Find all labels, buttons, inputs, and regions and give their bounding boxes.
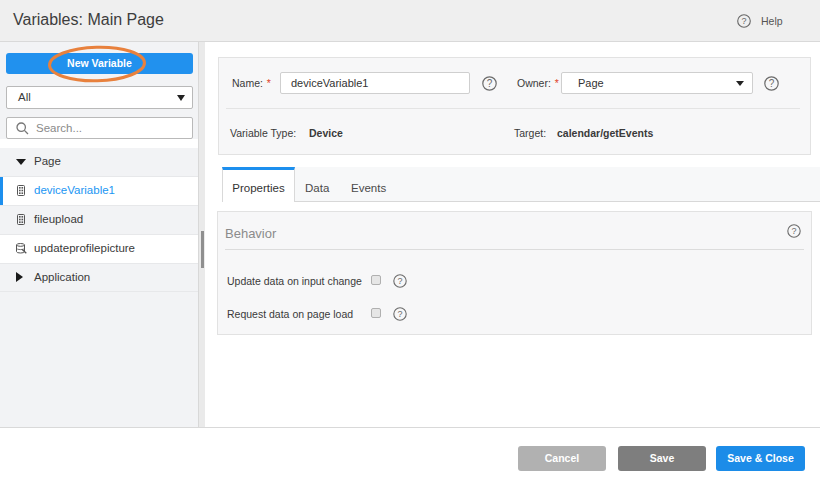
svg-text:?: ?: [769, 78, 775, 89]
svg-text:?: ?: [791, 226, 796, 236]
svg-text:?: ?: [397, 309, 402, 319]
svg-text:?: ?: [741, 16, 746, 26]
svg-text:?: ?: [397, 276, 402, 286]
svg-text:?: ?: [487, 78, 493, 89]
